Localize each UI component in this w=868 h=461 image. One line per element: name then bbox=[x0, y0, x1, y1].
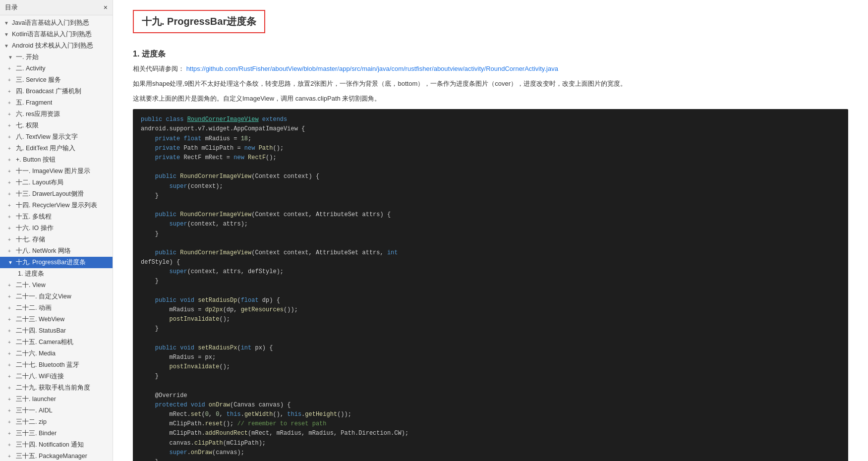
sidebar-item-service[interactable]: +三. Service 服务 bbox=[0, 74, 113, 86]
sidebar-item-bluetooth[interactable]: +二十七. Bluetooth 蓝牙 bbox=[0, 359, 113, 371]
sidebar-item-media[interactable]: +二十六. Media bbox=[0, 348, 113, 359]
sidebar-item-aidl[interactable]: +三十一. AIDL bbox=[0, 405, 113, 416]
expand-icon-binder: + bbox=[8, 431, 14, 436]
ref-link[interactable]: https://github.com/RustFisher/aboutView/… bbox=[186, 65, 558, 72]
expand-icon-android: ▼ bbox=[4, 43, 10, 49]
sidebar-label-binder: 三十三. Binder bbox=[16, 429, 57, 438]
sidebar-label-statusbar: 二十四. StatusBar bbox=[16, 327, 66, 335]
sidebar-label-textview: 八. TextView 显示文字 bbox=[16, 133, 78, 141]
sidebar-item-button[interactable]: ++. Button 按钮 bbox=[0, 154, 113, 166]
sidebar-item-android[interactable]: ▼Android 技术栈从入门到熟悉 bbox=[0, 40, 113, 52]
sidebar-label-camera: 二十五. Camera相机 bbox=[16, 338, 73, 346]
sidebar-item-webview[interactable]: +二十三. WebView bbox=[0, 314, 113, 325]
sidebar-item-storage[interactable]: +十七. 存储 bbox=[0, 234, 113, 245]
sidebar-item-broadcast[interactable]: +四. Broadcast 广播机制 bbox=[0, 86, 113, 97]
sidebar-item-drawerlayout[interactable]: +十三. DrawerLayout侧滑 bbox=[0, 188, 113, 200]
sidebar-label-storage: 十七. 存储 bbox=[16, 235, 45, 244]
sidebar-item-zip[interactable]: +三十二. zip bbox=[0, 416, 113, 428]
sidebar-item-statusbar[interactable]: +二十四. StatusBar bbox=[0, 325, 113, 337]
sidebar-label-recyclerview: 十四. RecyclerView 显示列表 bbox=[16, 201, 97, 210]
sidebar-item-layout[interactable]: +十二. Layout布局 bbox=[0, 177, 113, 188]
sidebar-header: 目录 × bbox=[0, 0, 113, 15]
expand-icon-fragment: + bbox=[8, 100, 14, 106]
sidebar-item-network[interactable]: +十八. NetWork 网络 bbox=[0, 245, 113, 257]
sidebar-label-media: 二十六. Media bbox=[16, 349, 56, 358]
sidebar-label-notification: 三十四. Notification 通知 bbox=[16, 441, 84, 449]
expand-icon-imageview: + bbox=[8, 169, 14, 174]
expand-icon-aidl: + bbox=[8, 408, 14, 413]
sidebar-item-gyroscope[interactable]: +二十九. 获取手机当前角度 bbox=[0, 382, 113, 394]
sidebar-label-zip: 三十二. zip bbox=[16, 418, 47, 426]
expand-icon-camera: + bbox=[8, 340, 14, 345]
expand-icon-start: ▼ bbox=[8, 55, 14, 60]
sidebar-label-drawerlayout: 十三. DrawerLayout侧滑 bbox=[16, 190, 84, 198]
sidebar-item-view[interactable]: +二十. View bbox=[0, 280, 113, 291]
sidebar-item-notification[interactable]: +三十四. Notification 通知 bbox=[0, 439, 113, 451]
expand-icon-zip: + bbox=[8, 419, 14, 425]
sidebar-label-packagemanager: 三十五. PackageManager bbox=[16, 452, 87, 461]
expand-icon-storage: + bbox=[8, 237, 14, 242]
expand-icon-packagemanager: + bbox=[8, 454, 14, 459]
sidebar-label-aidl: 三十一. AIDL bbox=[16, 406, 53, 415]
sidebar-label-animation: 二十二. 动画 bbox=[16, 304, 52, 312]
sidebar-item-customview[interactable]: +二十一. 自定义View bbox=[0, 291, 113, 302]
sidebar-label-progress: 1. 进度条 bbox=[18, 270, 44, 278]
sidebar-item-permission[interactable]: +七. 权限 bbox=[0, 120, 113, 131]
sidebar-title: 目录 bbox=[5, 3, 18, 12]
sidebar-item-binder[interactable]: +三十三. Binder bbox=[0, 428, 113, 439]
expand-icon-layout: + bbox=[8, 180, 14, 185]
sidebar-label-start: 一. 开始 bbox=[16, 53, 39, 61]
sidebar-label-webview: 二十三. WebView bbox=[16, 315, 64, 324]
expand-icon-notification: + bbox=[8, 442, 14, 448]
expand-icon-java: ▼ bbox=[4, 20, 10, 26]
sidebar-item-animation[interactable]: +二十二. 动画 bbox=[0, 302, 113, 314]
expand-icon-webview: + bbox=[8, 317, 14, 322]
sidebar-item-progressbar[interactable]: ▼十九. ProgressBar进度条 bbox=[0, 257, 113, 268]
expand-icon-kotlin: ▼ bbox=[4, 32, 10, 37]
sidebar-item-fragment[interactable]: +五. Fragment bbox=[0, 97, 113, 109]
sidebar-item-imageview[interactable]: +十一. ImageView 图片显示 bbox=[0, 166, 113, 177]
expand-icon-progressbar: ▼ bbox=[8, 260, 14, 265]
sidebar-item-edittext[interactable]: +九. EditText 用户输入 bbox=[0, 143, 113, 154]
expand-icon-broadcast: + bbox=[8, 89, 14, 94]
sidebar-label-service: 三. Service 服务 bbox=[16, 76, 61, 84]
sidebar-item-start[interactable]: ▼一. 开始 bbox=[0, 52, 113, 63]
sidebar-item-camera[interactable]: +二十五. Camera相机 bbox=[0, 337, 113, 348]
expand-icon-media: + bbox=[8, 351, 14, 356]
expand-icon-bluetooth: + bbox=[8, 362, 14, 368]
sidebar-item-activity[interactable]: +二. Activity bbox=[0, 63, 113, 74]
expand-icon-statusbar: + bbox=[8, 328, 14, 334]
expand-icon-wifi: + bbox=[8, 374, 14, 379]
expand-icon-edittext: + bbox=[8, 146, 14, 151]
para2: 这就要求上面的图片是圆角的。自定义ImageView，调用 canvas.cli… bbox=[133, 93, 848, 104]
sidebar-label-imageview: 十一. ImageView 图片显示 bbox=[16, 167, 90, 175]
expand-icon-res: + bbox=[8, 112, 14, 117]
code-block-1: public class RoundCornerImageView extend… bbox=[133, 109, 848, 461]
ref-paragraph: 相关代码请参阅： https://github.com/RustFisher/a… bbox=[133, 63, 848, 74]
sidebar-label-wifi: 二十八. WiFi连接 bbox=[16, 372, 64, 381]
expand-icon-gyroscope: + bbox=[8, 385, 14, 391]
expand-icon-service: + bbox=[8, 77, 14, 83]
section-title-box: 十九. ProgressBar进度条 bbox=[133, 10, 848, 41]
section-title: 十九. ProgressBar进度条 bbox=[133, 10, 265, 33]
sidebar-item-textview[interactable]: +八. TextView 显示文字 bbox=[0, 131, 113, 143]
expand-icon-permission: + bbox=[8, 123, 14, 128]
sidebar-item-kotlin[interactable]: ▼Kotlin语言基础从入门到熟悉 bbox=[0, 29, 113, 40]
sidebar-tree: ▼Java语言基础从入门到熟悉▼Kotlin语言基础从入门到熟悉▼Android… bbox=[0, 15, 113, 461]
sidebar-item-wifi[interactable]: +二十八. WiFi连接 bbox=[0, 371, 113, 382]
sidebar-item-recyclerview[interactable]: +十四. RecyclerView 显示列表 bbox=[0, 200, 113, 211]
sidebar-label-button: +. Button 按钮 bbox=[16, 156, 56, 164]
sidebar-item-progress[interactable]: 1. 进度条 bbox=[0, 268, 113, 280]
sidebar-item-multithread[interactable]: +十五. 多线程 bbox=[0, 211, 113, 223]
sidebar-label-multithread: 十五. 多线程 bbox=[16, 213, 52, 221]
sidebar-item-res[interactable]: +六. res应用资源 bbox=[0, 109, 113, 120]
sidebar: 目录 × ▼Java语言基础从入门到熟悉▼Kotlin语言基础从入门到熟悉▼An… bbox=[0, 0, 113, 461]
sidebar-item-packagemanager[interactable]: +三十五. PackageManager bbox=[0, 451, 113, 461]
sidebar-item-io[interactable]: +十六. IO 操作 bbox=[0, 223, 113, 234]
sidebar-item-launcher[interactable]: +三十. launcher bbox=[0, 394, 113, 405]
expand-icon-io: + bbox=[8, 226, 14, 231]
sidebar-item-java[interactable]: ▼Java语言基础从入门到熟悉 bbox=[0, 17, 113, 29]
expand-icon-launcher: + bbox=[8, 397, 14, 402]
sidebar-label-res: 六. res应用资源 bbox=[16, 110, 60, 118]
close-icon[interactable]: × bbox=[104, 3, 108, 11]
